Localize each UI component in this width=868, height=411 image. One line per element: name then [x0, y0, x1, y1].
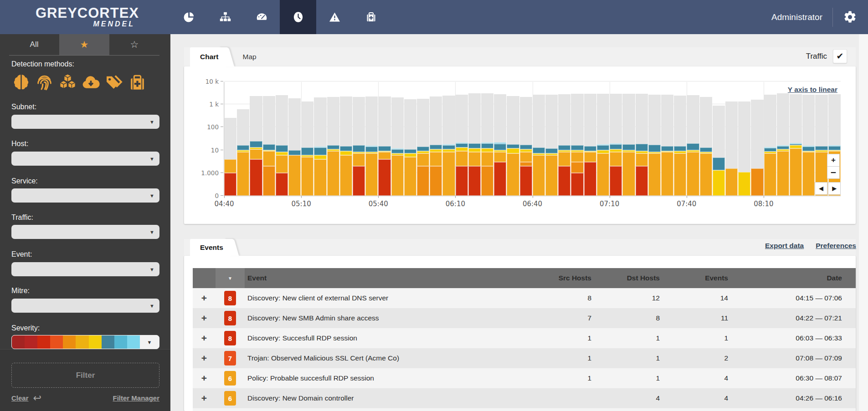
segment-severity-high — [520, 162, 532, 166]
expand-button[interactable]: + — [193, 373, 216, 384]
table-row[interactable]: +8Discovery: New client of external DNS … — [193, 288, 856, 308]
header-events[interactable]: Events — [660, 274, 728, 282]
zoom-out-button[interactable]: − — [827, 166, 840, 179]
segment-severity-info — [391, 149, 404, 154]
tab-chart[interactable]: Chart — [190, 47, 226, 66]
pan-right-button[interactable]: ▶ — [828, 182, 841, 195]
x-tick-label: 04:40 — [214, 200, 234, 208]
table-row[interactable]: +6Policy: Probable succesfull RDP sessio… — [193, 368, 856, 388]
segment-severity-medium — [777, 151, 789, 196]
undo-icon[interactable]: ↩ — [33, 395, 41, 401]
segment-severity-medium — [327, 151, 339, 196]
segment-severity-info — [378, 146, 390, 151]
gear-icon[interactable] — [843, 10, 857, 24]
segment-severity-audit — [442, 144, 455, 145]
chart-bar — [301, 82, 313, 196]
event-select[interactable]: ▼ — [11, 262, 159, 276]
segment-severity-info — [468, 143, 481, 148]
host-select[interactable]: ▼ — [11, 152, 159, 166]
severity-segment-2 — [37, 335, 50, 349]
segment-severity-critical — [584, 162, 596, 196]
traffic-select[interactable]: ▼ — [11, 225, 159, 239]
severity-select[interactable]: ▼ — [11, 335, 159, 349]
expand-button[interactable]: + — [193, 333, 216, 344]
expand-button[interactable]: + — [193, 313, 216, 324]
export-data-link[interactable]: Export data — [765, 242, 804, 250]
table-row[interactable]: +6 — [193, 408, 856, 411]
y-axis-linear-link[interactable]: Y axis to linear — [788, 86, 837, 94]
main-content: Chart Map Traffic ✔ Y axis to linear 10 … — [170, 34, 868, 411]
service-select[interactable]: ▼ — [11, 188, 159, 203]
chart-bar — [713, 82, 725, 196]
segment-severity-info — [558, 145, 570, 150]
x-tick-label: 07:10 — [600, 200, 619, 208]
segment-severity-info — [661, 146, 673, 151]
gridline — [224, 81, 841, 81]
preferences-link[interactable]: Preferences — [816, 242, 856, 250]
filter-manager-link[interactable]: Filter Manager — [113, 394, 159, 402]
header-src-hosts[interactable]: Src Hosts — [523, 274, 591, 282]
segment-severity-low — [571, 150, 583, 152]
expand-button[interactable]: + — [193, 353, 216, 364]
chart-bar — [430, 82, 442, 196]
detection-medkit-icon[interactable] — [128, 73, 147, 92]
detection-cubes-icon[interactable] — [58, 73, 77, 92]
segment-severity-low — [610, 149, 622, 152]
star-filled-icon: ★ — [80, 39, 89, 50]
tab-map[interactable]: Map — [232, 47, 264, 66]
severity-segment-4 — [63, 335, 76, 349]
segment-severity-info — [597, 145, 609, 150]
expand-button[interactable]: + — [193, 293, 216, 304]
segment-severity-low — [738, 172, 750, 196]
mitre-select[interactable]: ▼ — [11, 299, 159, 313]
segment-severity-critical — [571, 173, 583, 196]
table-row[interactable]: +6Discovery: New Domain controller4404:2… — [193, 388, 856, 408]
segment-severity-medium — [353, 153, 365, 166]
nav-gauge-icon[interactable] — [243, 0, 280, 34]
pan-left-button[interactable]: ◀ — [815, 182, 827, 195]
header-dst-hosts[interactable]: Dst Hosts — [591, 274, 660, 282]
expand-button[interactable]: + — [193, 393, 216, 404]
scrollbar-track[interactable] — [859, 34, 868, 411]
detection-tags-icon[interactable] — [104, 73, 124, 92]
table-row[interactable]: +8Discovery: New SMB Admin share access7… — [193, 308, 856, 328]
nav-divider — [832, 8, 833, 27]
table-row[interactable]: +8Discovery: Succesfull RDP session11106… — [193, 328, 856, 348]
sidebar-tab-star-outline-icon[interactable]: ☆ — [109, 34, 159, 55]
header-event[interactable]: Event — [245, 274, 523, 282]
nav-pie-chart-icon[interactable] — [170, 0, 207, 34]
segment-severity-medium — [250, 149, 262, 159]
segment-severity-medium — [237, 152, 249, 196]
traffic-checkbox[interactable]: ✔ — [833, 49, 847, 63]
segment-severity-info — [494, 144, 506, 150]
tab-events[interactable]: Events — [190, 239, 231, 256]
sort-desc-icon[interactable]: ▼ — [216, 268, 245, 288]
segment-severity-medium — [764, 153, 776, 196]
header-date[interactable]: Date — [728, 274, 856, 282]
detection-cloud-download-icon[interactable] — [81, 73, 101, 92]
segment-severity-medium — [584, 152, 596, 162]
detection-brain-icon[interactable] — [11, 73, 31, 92]
filter-button[interactable]: Filter — [11, 363, 159, 388]
table-row[interactable]: +7Trojan: Observed Malicious SSL Cert (A… — [193, 348, 856, 368]
user-name[interactable]: Administrator — [771, 12, 822, 22]
zoom-in-button[interactable]: + — [827, 154, 840, 167]
detection-fingerprint-icon[interactable] — [35, 73, 54, 92]
y-tick — [221, 173, 223, 173]
chart-bar — [738, 82, 750, 196]
nav-medkit-icon[interactable] — [353, 0, 389, 34]
nav-warning-icon[interactable] — [316, 0, 353, 34]
sidebar-tab-all[interactable]: All — [9, 34, 59, 55]
segment-severity-info — [777, 146, 789, 149]
y-tick-label: 10 — [211, 147, 219, 154]
segment-severity-low — [764, 152, 776, 153]
segment-severity-critical — [468, 166, 481, 196]
nav-sitemap-icon[interactable] — [207, 0, 243, 34]
events-tab-strip: Events — [184, 239, 856, 256]
nav-clock-icon-active[interactable] — [280, 0, 316, 34]
clear-link[interactable]: Clear — [11, 394, 29, 402]
subnet-select[interactable]: ▼ — [11, 115, 159, 129]
sidebar-tab-star-filled-icon[interactable]: ★ — [59, 34, 109, 55]
segment-severity-medium — [571, 152, 583, 162]
app-logo[interactable]: GREYCORTEX MENDEL — [0, 0, 170, 34]
